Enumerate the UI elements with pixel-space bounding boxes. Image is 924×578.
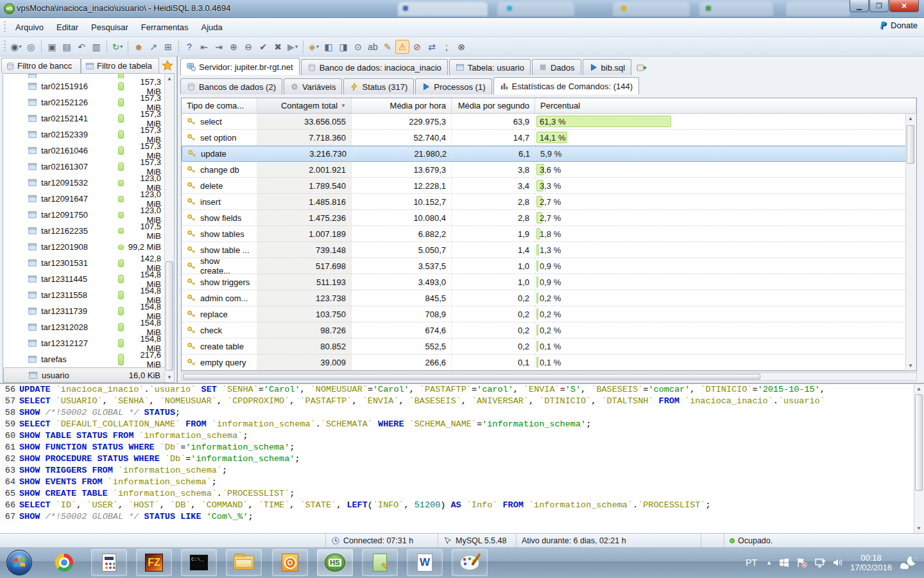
- bind-params-icon[interactable]: ⚠: [395, 40, 409, 54]
- undo-icon[interactable]: ↶: [74, 40, 89, 54]
- donate-button[interactable]: Donate: [878, 21, 918, 30]
- tab-tabela-usuario[interactable]: Tabela: usuario: [449, 59, 531, 75]
- grid-hscroll-thumb[interactable]: [183, 374, 760, 380]
- session-disconnect-icon[interactable]: ◎: [24, 40, 38, 54]
- table-row-tar12312127[interactable]: tar12312127154,8 MiB: [3, 335, 174, 351]
- copy-icon[interactable]: ▣: [45, 40, 59, 54]
- taskbar-app-filezilla[interactable]: FZ: [136, 549, 172, 576]
- scroll-down-icon[interactable]: ▼: [914, 523, 923, 533]
- taskbar-app-word[interactable]: W: [407, 549, 443, 576]
- subtab-status-317[interactable]: Status (317): [343, 78, 414, 94]
- grid-row-select[interactable]: select33.656.055229.975,363,961,3 %: [182, 114, 916, 130]
- grid-row-update[interactable]: update3.216.73021.980,26,15,9 %: [182, 146, 916, 162]
- taskbar-app-cmd[interactable]: C:\_: [181, 549, 217, 576]
- edit-clipboard-icon[interactable]: ✎: [381, 40, 395, 54]
- dropdown-arrow-icon[interactable]: ▾: [120, 44, 123, 49]
- table-row-tar12162235[interactable]: tar12162235107,5 MiB: [3, 223, 174, 239]
- scroll-up-icon[interactable]: ▲: [914, 384, 923, 394]
- table-row-tar12091647[interactable]: tar12091647123,0 MiB: [3, 191, 174, 207]
- menu-ajuda[interactable]: Ajuda: [195, 20, 229, 35]
- save-sql-icon[interactable]: ◧: [321, 40, 336, 54]
- grid-row-delete[interactable]: delete1.789.54012.228,13,43,3 %: [182, 178, 916, 194]
- grid-scroll-thumb[interactable]: [907, 125, 914, 164]
- table-row-tar02151916[interactable]: tar02151916157,3 MiB: [3, 78, 174, 94]
- grid-export-icon[interactable]: ⊞: [161, 40, 175, 54]
- filter-tab-tables[interactable]: Filtro de tabela: [81, 58, 159, 73]
- sql-scroll-thumb[interactable]: [915, 394, 923, 491]
- table-row-tar12201908[interactable]: tar1220190899,2 MiB: [3, 239, 174, 255]
- grid-row-replace[interactable]: replace103.750708,90,20,2 %: [182, 306, 916, 322]
- paste-icon[interactable]: ▤: [60, 40, 74, 54]
- grid-row-show-triggers[interactable]: show triggers511.1933.493,01,00,9 %: [182, 274, 916, 290]
- volume-icon[interactable]: [832, 557, 844, 568]
- grid-row-show-table-[interactable]: show table ...739.1485.050,71,41,3 %: [182, 242, 916, 258]
- tab-banco-de-dados-inacioca-inacio[interactable]: Banco de dados: inacioca_inacio: [301, 59, 448, 75]
- table-row-tar12301531[interactable]: tar12301531142,8 MiB: [3, 255, 174, 271]
- tab-bib-sql[interactable]: bib.sql: [583, 59, 632, 75]
- grid-row-create-table[interactable]: create table80.852552,50,20,1 %: [182, 338, 916, 355]
- export-database-icon[interactable]: ↗: [146, 40, 160, 54]
- scroll-down-icon[interactable]: ▼: [165, 372, 174, 382]
- clear-query-icon[interactable]: ⊘: [410, 40, 424, 54]
- help-icon[interactable]: ?: [182, 40, 196, 54]
- refresh-icon[interactable]: ↻▾: [110, 40, 124, 54]
- taskbar-app-notes[interactable]: [362, 549, 398, 576]
- table-row-tar12312028[interactable]: tar12312028154,8 MiB: [3, 319, 174, 335]
- start-button[interactable]: [6, 550, 32, 575]
- post-changes-icon[interactable]: ✔: [256, 40, 270, 54]
- tray-expand-icon[interactable]: ▲: [766, 559, 772, 566]
- language-indicator[interactable]: PT: [743, 557, 760, 568]
- delimiter-icon[interactable]: ;: [440, 40, 454, 54]
- taskbar-app-chrome[interactable]: [46, 549, 82, 576]
- sidebar-scroll-thumb[interactable]: [166, 261, 173, 371]
- network-icon[interactable]: [814, 557, 826, 568]
- scroll-down-icon[interactable]: ▼: [906, 361, 915, 371]
- sql-log-scrollbar[interactable]: ▲ ▼: [914, 384, 924, 533]
- taskbar-app-explorer[interactable]: [226, 549, 262, 576]
- taskbar-clock[interactable]: 00:18 17/02/2016: [850, 553, 892, 572]
- replace-icon[interactable]: ab: [366, 40, 380, 54]
- first-row-icon[interactable]: ⇤: [197, 40, 211, 54]
- stop-icon[interactable]: ⊗: [454, 40, 468, 54]
- table-row-tarefas[interactable]: tarefas217,6 MiB: [3, 351, 174, 367]
- execute-sql-icon[interactable]: ▶▾: [286, 40, 300, 54]
- grid-row-change-db[interactable]: change db2.001.92113.679,33,83,6 %: [182, 162, 916, 178]
- subtab-vari-veis[interactable]: Variáveis: [284, 78, 343, 94]
- tab-servidor-jupiter-br-rgt-net[interactable]: Servidor: jupiter.br-rgt.net: [180, 58, 300, 75]
- last-row-icon[interactable]: ⇥: [212, 40, 226, 54]
- grid-row-empty-query[interactable]: empty query39.009266,60,10,1 %: [182, 355, 916, 371]
- taskbar-app-outlook[interactable]: [272, 549, 308, 576]
- subtab-estat-sticas-de-comandos-144[interactable]: Estatísticas de Comandos: (144): [493, 77, 640, 94]
- column-header-tipo-de-coma[interactable]: Tipo de coma...: [182, 98, 257, 113]
- table-row-tar12091532[interactable]: tar12091532123,0 MiB: [3, 175, 174, 191]
- reformat-icon[interactable]: ⇄: [425, 40, 439, 54]
- grid-row-check[interactable]: check98.726674,60,20,2 %: [182, 322, 916, 338]
- grid-vertical-scrollbar[interactable]: ▲ ▼: [905, 114, 916, 371]
- table-row-tar02161307[interactable]: tar02161307157,3 MiB: [3, 159, 174, 175]
- dropdown-arrow-icon[interactable]: ▾: [295, 44, 298, 49]
- weather-moon-icon[interactable]: [898, 554, 918, 571]
- dropdown-arrow-icon[interactable]: ▾: [19, 44, 22, 49]
- grid-row-show-create-[interactable]: show create...517.6983.537,51,00,9 %: [182, 258, 916, 274]
- menu-pesquisar[interactable]: Pesquisar: [85, 20, 135, 35]
- table-row-tar02152141[interactable]: tar02152141157,3 MiB: [3, 110, 174, 127]
- taskbar-app-heidisql[interactable]: HS: [317, 549, 353, 576]
- add-tab-icon[interactable]: [637, 62, 647, 73]
- sidebar-scrollbar[interactable]: ▲▼: [164, 74, 174, 382]
- grid-row-insert[interactable]: insert1.485.81610.152,72,82,7 %: [182, 194, 916, 210]
- save-sql-as-icon[interactable]: ◨: [336, 40, 350, 54]
- filter-tab-databases[interactable]: Filtro de bancc: [1, 58, 81, 73]
- menu-ferramentas[interactable]: Ferramentas: [135, 20, 195, 35]
- print-icon[interactable]: ▥: [89, 40, 103, 54]
- action-center-flag-icon[interactable]: [796, 557, 808, 568]
- grid-horizontal-scrollbar[interactable]: [181, 372, 917, 381]
- taskbar-app-paint[interactable]: [452, 549, 488, 576]
- cancel-editing-icon[interactable]: ✖: [271, 40, 285, 54]
- table-row-tar12091750[interactable]: tar12091750123,0 MiB: [3, 207, 174, 223]
- close-button[interactable]: ✕: [889, 0, 919, 12]
- sql-log-panel[interactable]: 56UPDATE `inacioca_inacio`.`usuario` SET…: [0, 383, 924, 533]
- user-manager-icon[interactable]: ☻: [132, 40, 146, 54]
- table-row-tar12311739[interactable]: tar12311739154,8 MiB: [3, 303, 174, 319]
- grid-row-show-fields[interactable]: show fields1.475.23610.080,42,82,7 %: [182, 210, 916, 226]
- get-windows10-icon[interactable]: [778, 557, 790, 568]
